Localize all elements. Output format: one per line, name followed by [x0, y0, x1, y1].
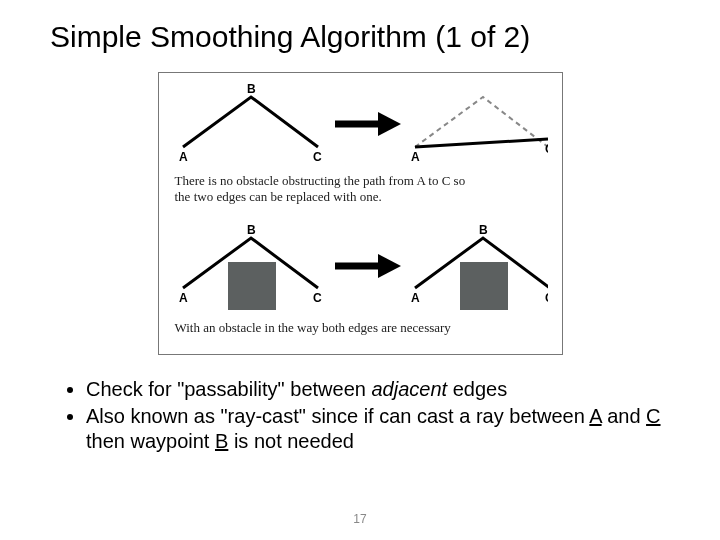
bullet-2-mid2: then waypoint [86, 430, 215, 452]
bullet-2-mid: and [602, 405, 646, 427]
label-row1-left-C: C [313, 150, 322, 164]
diagram-row2: A B C A B C [173, 216, 548, 316]
diagram-row1: A B C A C [173, 79, 548, 169]
caption-row2: With an obstacle in the way both edges a… [175, 320, 548, 336]
figure-box: A B C A C There is no obstacle obstructi… [158, 72, 563, 355]
label-row1-left-A: A [179, 150, 188, 164]
bullet-2-C: C [646, 405, 660, 427]
label-row2-right-C: C [545, 291, 548, 305]
page-number: 17 [0, 512, 720, 526]
caption-row1-line1: There is no obstacle obstructing the pat… [175, 173, 466, 188]
caption-row1-line2: the two edges can be replaced with one. [175, 189, 382, 204]
slide: Simple Smoothing Algorithm (1 of 2) A B … [0, 0, 720, 540]
bullet-2-pre: Also known as "ray-cast" since if can ca… [86, 405, 589, 427]
label-row2-left-C: C [313, 291, 322, 305]
bullet-2-B: B [215, 430, 228, 452]
svg-line-2 [415, 139, 548, 147]
bullet-2: Also known as "ray-cast" since if can ca… [86, 404, 670, 454]
label-row2-left-A: A [179, 291, 188, 305]
svg-marker-1 [378, 112, 401, 136]
bullet-1-adjacent: adjacent [371, 378, 447, 400]
label-row2-right-A: A [411, 291, 420, 305]
svg-rect-3 [228, 262, 276, 310]
bullet-2-post: is not needed [228, 430, 354, 452]
svg-marker-5 [378, 254, 401, 278]
bullet-list: Check for "passability" between adjacent… [50, 377, 670, 454]
label-row2-left-B: B [247, 223, 256, 237]
label-row1-left-B: B [247, 82, 256, 96]
figure-container: A B C A C There is no obstacle obstructi… [50, 72, 670, 355]
bullet-1: Check for "passability" between adjacent… [86, 377, 670, 402]
svg-rect-6 [460, 262, 508, 310]
slide-title: Simple Smoothing Algorithm (1 of 2) [50, 20, 670, 54]
caption-row1: There is no obstacle obstructing the pat… [175, 173, 548, 206]
bullet-2-A: A [589, 405, 601, 427]
label-row2-right-B: B [479, 223, 488, 237]
label-row1-right-C: C [545, 142, 548, 156]
label-row1-right-A: A [411, 150, 420, 164]
bullet-1-pre: Check for "passability" between [86, 378, 371, 400]
bullet-1-post: edges [447, 378, 507, 400]
